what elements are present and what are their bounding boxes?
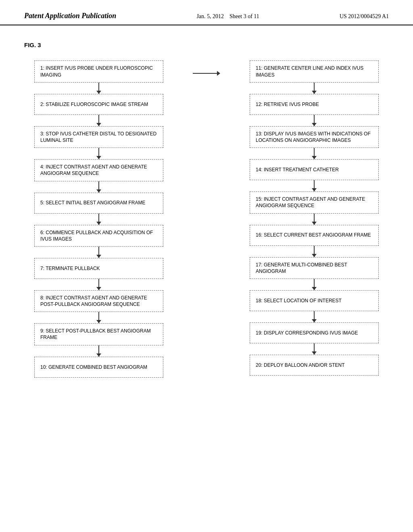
flow-box-8: 8: INJECT CONTRAST AGENT AND GENERATE PO… <box>34 290 163 312</box>
flow-box-16: 16: SELECT CURRENT BEST ANGIOGRAM FRAME <box>250 225 379 246</box>
patent-number: US 2012/0004529 A1 <box>340 12 389 21</box>
arrow-19-20 <box>250 343 379 355</box>
flow-box-1: 1: INSERT IVUS PROBE UNDER FLUOROSCOPIC … <box>34 60 163 82</box>
arrow-2-3 <box>34 115 163 126</box>
flow-box-15: 15: INJECT CONTRAST AGENT AND GENERATE A… <box>250 191 379 213</box>
flow-box-2: 2: STABILIZE FLUOROSCOPIC IMAGE STREAM <box>34 94 163 115</box>
flow-box-14: 14: INSERT TREATMENT CATHETER <box>250 159 379 180</box>
flowchart: 1: INSERT IVUS PROBE UNDER FLUOROSCOPIC … <box>24 60 389 377</box>
arrow-11-12 <box>250 83 379 94</box>
flow-box-6: 6: COMMENCE PULLBACK AND ACQUISITION OF … <box>34 225 163 247</box>
flow-box-10: 10: GENERATE COMBINED BEST ANGIOGRAM <box>34 357 163 378</box>
flow-box-19: 19: DISPLAY CORRESPONDING IVUS IMAGE <box>250 322 379 343</box>
column-connector <box>194 60 219 76</box>
page-header: Patent Application Publication Jan. 5, 2… <box>0 0 413 25</box>
main-content: FIG. 3 1: INSERT IVUS PROBE UNDER FLUORO… <box>0 25 413 393</box>
flow-box-4: 4: INJECT CONTRAST AGENT AND GENERATE AN… <box>34 159 163 181</box>
arrow-15-16 <box>250 214 379 225</box>
arrow-3-4 <box>34 148 163 159</box>
arrow-16-17 <box>250 246 379 257</box>
publication-title: Patent Application Publication <box>24 11 116 21</box>
flow-box-9: 9: SELECT POST-PULLBACK BEST ANGIOGRAM F… <box>34 323 163 345</box>
arrow-17-18 <box>250 279 379 290</box>
flow-box-20: 20: DEPLOY BALLOON AND/OR STENT <box>250 355 379 376</box>
arrow-12-13 <box>250 115 379 126</box>
figure-label: FIG. 3 <box>24 42 389 48</box>
arrow-13-14 <box>250 148 379 159</box>
flow-box-3: 3: STOP IVUS CATHETER DISTAL TO DESIGNAT… <box>34 126 163 148</box>
arrow-18-19 <box>250 311 379 322</box>
arrow-14-15 <box>250 180 379 191</box>
arrow-8-9 <box>34 312 163 323</box>
publication-date-sheet: Jan. 5, 2012 Sheet 3 of 11 <box>196 12 259 21</box>
arrow-4-5 <box>34 181 163 193</box>
flow-box-11: 11: GENERATE CENTER LINE AND INDEX IVUS … <box>250 60 379 82</box>
flow-box-13: 13: DISPLAY IVUS IMAGES WITH INDICATIONS… <box>250 126 379 148</box>
arrow-1-2 <box>34 83 163 94</box>
right-column: 11: GENERATE CENTER LINE AND INDEX IVUS … <box>240 60 389 376</box>
arrow-6-7 <box>34 247 163 258</box>
arrow-5-6 <box>34 214 163 225</box>
flow-box-7: 7: TERMINATE PULLBACK <box>34 258 163 279</box>
flow-box-17: 17: GENERATE MULTI-COMBINED BEST ANGIOGR… <box>250 257 379 279</box>
arrow-9-10 <box>34 345 163 357</box>
flow-box-5: 5: SELECT INITIAL BEST ANGIOGRAM FRAME <box>34 193 163 214</box>
flow-box-18: 18: SELECT LOCATION OF INTEREST <box>250 290 379 311</box>
arrow-7-8 <box>34 279 163 290</box>
flow-box-12: 12: RETRIEVE IVUS PROBE <box>250 94 379 115</box>
left-column: 1: INSERT IVUS PROBE UNDER FLUOROSCOPIC … <box>24 60 173 377</box>
